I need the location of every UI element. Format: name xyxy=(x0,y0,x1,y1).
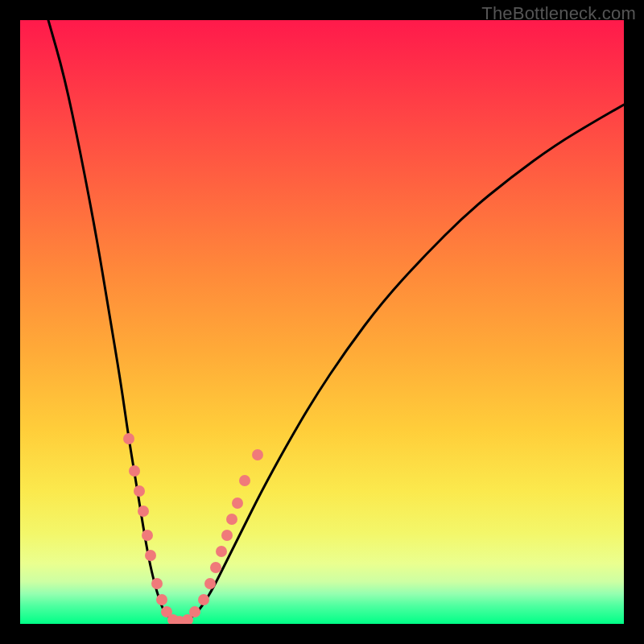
curve-svg xyxy=(20,20,624,624)
right-curve xyxy=(180,105,624,621)
marker-dot xyxy=(123,433,134,444)
marker-dot xyxy=(142,530,153,541)
marker-dot xyxy=(232,497,243,509)
marker-dot xyxy=(151,578,163,589)
watermark-text: TheBottleneck.com xyxy=(481,3,636,24)
marker-dot xyxy=(210,562,221,573)
chart-frame: TheBottleneck.com xyxy=(0,0,644,644)
marker-dot xyxy=(129,465,140,477)
marker-dot xyxy=(221,530,233,541)
marker-dot xyxy=(134,485,145,497)
marker-dot xyxy=(156,594,167,605)
marker-dot xyxy=(198,594,209,605)
marker-dot xyxy=(204,578,216,589)
marker-dot xyxy=(189,606,200,617)
plot-area xyxy=(20,20,624,624)
marker-dot xyxy=(216,546,227,557)
marker-dot xyxy=(239,475,250,486)
marker-dot xyxy=(138,506,149,517)
left-curve xyxy=(48,20,180,621)
marker-dot xyxy=(145,550,156,561)
curve-group xyxy=(48,20,624,621)
marker-dot xyxy=(226,514,237,525)
marker-dot xyxy=(252,449,263,460)
